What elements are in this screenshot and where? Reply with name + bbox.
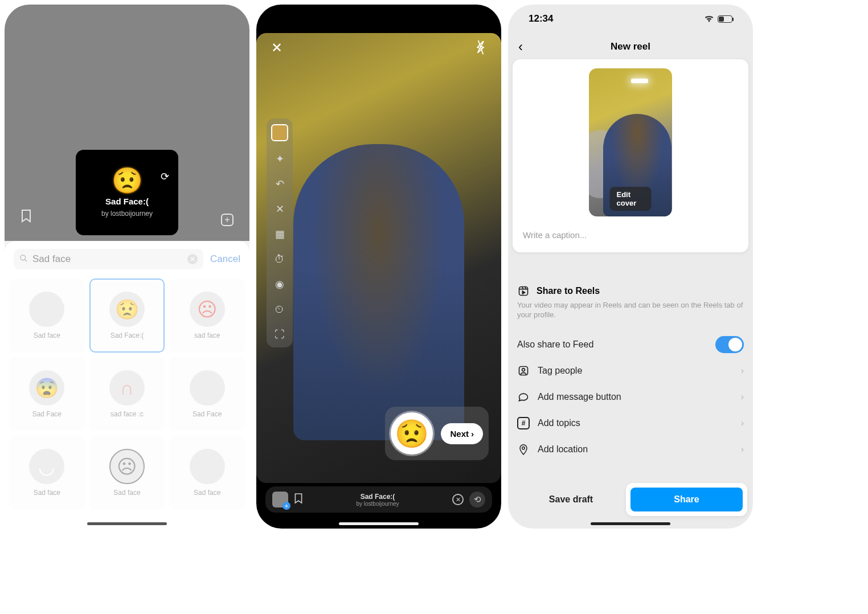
sparkle-icon[interactable]: ✦	[272, 152, 287, 166]
row-also-share-feed[interactable]: Also share to Feed	[514, 331, 747, 358]
svg-point-3	[522, 369, 525, 371]
row-add-message[interactable]: Add message button ›	[514, 384, 747, 410]
status-bar: 12:34	[508, 10, 753, 27]
effect-tile-label: Sad Face	[193, 410, 222, 418]
back-icon[interactable]: ‹	[518, 39, 523, 55]
effect-tile-label: Sad face	[34, 489, 60, 497]
add-effect-icon[interactable]: +	[221, 214, 234, 226]
effect-tile[interactable]: Sad face	[169, 436, 245, 510]
gallery-picker-icon[interactable]	[272, 492, 288, 507]
effect-thumb-icon	[190, 449, 225, 484]
search-row: Sad face ✕ Cancel	[5, 241, 249, 274]
emoji-icon: ◡	[38, 455, 55, 478]
effect-tile[interactable]: Sad Face	[169, 357, 245, 431]
effects-grid: Sad face 😟 Sad Face:( ☹ sad face 😨 Sad F…	[5, 274, 249, 514]
row-add-topics[interactable]: # Add topics ›	[514, 410, 747, 436]
clear-search-icon[interactable]: ✕	[187, 254, 198, 264]
emoji-icon: ☹	[117, 455, 137, 478]
effects-sheet: Sad face ✕ Cancel Sad face 😟 Sad Face:( …	[5, 241, 249, 529]
feed-toggle[interactable]	[715, 336, 744, 353]
svg-point-4	[522, 447, 525, 450]
screen-new-reel: 12:34 ‹ New reel Edit cover Write a capt…	[508, 5, 753, 529]
timer-icon[interactable]: ⏲	[272, 302, 287, 317]
camera-dim-overlay: + 😟 ⟳ Sad Face:( by lostboijourney	[5, 5, 249, 241]
sad-face-emoji-icon: 😟	[112, 168, 143, 193]
search-query-text: Sad face	[32, 253, 71, 265]
nav-bar: ‹ New reel	[508, 35, 753, 58]
row-label: Add topics	[538, 418, 580, 428]
camera-top-icons: ✕	[256, 40, 501, 58]
person-icon	[517, 365, 530, 377]
flash-off-icon[interactable]	[471, 38, 489, 60]
effect-thumb-icon: ∩	[109, 370, 145, 406]
cover-lamp-decoration	[631, 79, 648, 83]
capture-effect-preview[interactable]: 😟	[391, 412, 433, 455]
effect-bar-author: by lostboijourney	[309, 501, 447, 507]
effect-tile-label: Sad face	[113, 489, 140, 497]
edit-cover-button[interactable]: Edit cover	[610, 187, 652, 211]
effect-tile-label: Sad Face:(	[110, 331, 144, 339]
share-button-highlight: Share	[627, 484, 746, 515]
next-button[interactable]: Next ›	[441, 423, 483, 444]
effect-thumb-icon: ☹	[109, 449, 145, 484]
effect-thumb-icon: ◡	[29, 449, 64, 484]
undo-icon[interactable]: ↶	[272, 177, 287, 191]
effect-tile[interactable]: Sad face	[9, 279, 85, 353]
options-list: Also share to Feed Tag people › Add mess…	[514, 331, 747, 462]
effect-tile[interactable]: ☹ Sad face	[89, 436, 165, 510]
status-right-icons	[704, 14, 732, 24]
effect-name-bar[interactable]: Sad Face:( by lostboijourney	[309, 493, 447, 507]
home-indicator	[87, 522, 167, 525]
reel-cover[interactable]: Edit cover	[589, 68, 672, 216]
screen-camera-preview: ✕ ✦ ↶ ✕ ▦ ⏱ ◉ ⏲ ⛶ 😟 Next › Sad Face:( by…	[256, 5, 501, 529]
subject-silhouette	[293, 144, 464, 440]
svg-rect-1	[519, 287, 528, 296]
chevron-right-icon: ›	[471, 429, 474, 439]
chevron-right-icon: ›	[741, 392, 744, 402]
caption-input[interactable]: Write a caption...	[519, 216, 742, 248]
flip-camera-icon[interactable]: ⟲	[469, 492, 485, 507]
speed-icon[interactable]: ⏱	[272, 252, 287, 267]
bookmark-icon[interactable]	[21, 209, 32, 226]
row-tag-people[interactable]: Tag people ›	[514, 358, 747, 384]
battery-icon	[718, 15, 732, 23]
screen-effect-search: + 😟 ⟳ Sad Face:( by lostboijourney Sad f…	[5, 5, 249, 529]
effect-tile[interactable]: ☹ sad face	[169, 279, 245, 353]
effect-tile[interactable]: ◡ Sad face	[9, 436, 85, 510]
wifi-icon	[704, 14, 714, 24]
effect-tile-label: Sad face	[34, 331, 60, 339]
remove-effect-icon[interactable]: ✕	[452, 494, 464, 505]
expand-icon[interactable]: ⛶	[272, 327, 287, 342]
close-icon[interactable]: ✕	[271, 40, 282, 58]
emoji-icon: ☹	[197, 298, 217, 321]
effect-title: Sad Face:(	[105, 197, 149, 206]
selected-effect-card: 😟 ⟳ Sad Face:( by lostboijourney	[76, 150, 178, 235]
status-time: 12:34	[529, 13, 553, 24]
layout-icon[interactable]: ▦	[272, 227, 287, 241]
close-small-icon[interactable]: ✕	[272, 202, 287, 216]
hashtag-icon: #	[517, 417, 530, 429]
emoji-icon: 😟	[115, 298, 139, 321]
share-button[interactable]: Share	[630, 488, 743, 511]
chevron-right-icon: ›	[741, 418, 744, 428]
row-label: Tag people	[538, 366, 582, 376]
row-add-location[interactable]: Add location ›	[514, 436, 747, 462]
effect-thumb-icon	[29, 292, 64, 327]
camera-icon[interactable]: ◉	[272, 277, 287, 292]
effect-thumb-icon	[190, 370, 225, 406]
bookmark-icon[interactable]	[294, 493, 303, 507]
bottom-actions: Save draft Share	[508, 484, 753, 515]
cancel-button[interactable]: Cancel	[210, 253, 240, 265]
effect-tile[interactable]: ∩ sad face :c	[89, 357, 165, 431]
effect-thumb-icon: ☹	[190, 292, 225, 327]
effect-tile[interactable]: 😨 Sad Face	[9, 357, 85, 431]
effect-bar-title: Sad Face:(	[309, 493, 447, 501]
refresh-icon[interactable]: ⟳	[161, 170, 169, 183]
rail-gallery-thumb[interactable]	[271, 124, 288, 141]
effect-thumb-icon: 😟	[109, 292, 145, 327]
camera-tool-rail: ✦ ↶ ✕ ▦ ⏱ ◉ ⏲ ⛶	[267, 118, 293, 347]
save-draft-button[interactable]: Save draft	[515, 486, 627, 513]
location-icon	[517, 443, 530, 456]
effect-tile-selected[interactable]: 😟 Sad Face:(	[89, 279, 165, 353]
search-input[interactable]: Sad face ✕	[14, 249, 203, 269]
